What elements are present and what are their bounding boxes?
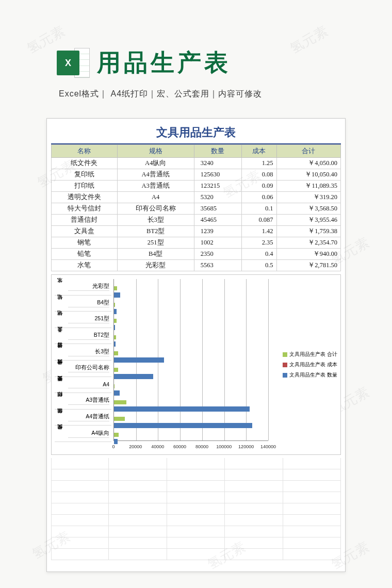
- chart-category-spec: 光彩型: [68, 283, 109, 291]
- cell-name: 普通信封: [52, 215, 118, 226]
- empty-cell: [225, 526, 283, 537]
- cell-total: ￥2,354.70: [276, 237, 340, 249]
- table-row: 特大号信封印有公司名称356850.1￥3,568.50: [52, 203, 341, 215]
- chart-category-spec: 长3型: [68, 348, 109, 356]
- table-row: 透明文件夹A453200.06￥319.20: [52, 192, 341, 203]
- chart-category-name: 普通信封: [57, 344, 69, 361]
- cell-name: 透明文件夹: [52, 192, 118, 203]
- empty-cells-grid: [51, 458, 341, 571]
- cell-total: ￥2,781.50: [276, 260, 340, 271]
- cell-spec: A3普通纸: [117, 181, 194, 192]
- table-row: 纸文件夹A4纵向32401.25￥4,050.00: [52, 158, 341, 169]
- table-row: 打印纸A3普通纸1232150.09￥11,089.35: [52, 181, 341, 192]
- chart-category-spec: A3普通纸: [68, 397, 109, 405]
- empty-cell: [225, 492, 283, 503]
- swatch-icon: [283, 373, 287, 378]
- bar-heji: [114, 335, 116, 339]
- empty-cell: [225, 481, 283, 492]
- empty-cell: [109, 492, 167, 503]
- cell-name: 纸文件夹: [52, 158, 118, 169]
- cell-spec: 印有公司名称: [117, 203, 194, 215]
- table-row: 文具盒BT2型12391.42￥1,759.38: [52, 226, 341, 237]
- empty-cell: [283, 492, 341, 503]
- cell-cost: 0.08: [242, 169, 276, 181]
- cell-qty: 1002: [194, 237, 242, 249]
- table-row: 复印纸A4普通纸1256300.08￥10,050.40: [52, 169, 341, 181]
- chart-category-spec: B4型: [68, 299, 109, 307]
- page-subtitle: Excel格式｜ A4纸打印｜宏、公式套用｜内容可修改: [59, 89, 392, 100]
- cell-name: 打印纸: [52, 181, 118, 192]
- empty-cell: [51, 515, 109, 526]
- bar-qty: [114, 390, 120, 396]
- cell-qty: 2350: [194, 249, 242, 260]
- empty-cell: [167, 492, 225, 503]
- empty-cell: [225, 549, 283, 560]
- empty-cell: [167, 526, 225, 537]
- bar-qty: [114, 423, 252, 428]
- empty-cell: [283, 469, 341, 481]
- empty-cell: [225, 537, 283, 549]
- cell-spec: A4普通纸: [117, 169, 194, 181]
- legend-item-heji: 文具用品生产表 合计: [283, 350, 337, 359]
- empty-cell: [109, 469, 167, 481]
- empty-cell: [283, 526, 341, 537]
- swatch-icon: [283, 363, 287, 367]
- bar-heji: [114, 384, 115, 388]
- cell-spec: A4纵向: [117, 158, 194, 169]
- empty-cell: [225, 469, 283, 481]
- cell-cost: 0.09: [242, 181, 276, 192]
- chart-category-spec: A4: [68, 381, 109, 388]
- empty-cell: [51, 492, 109, 503]
- bar-qty: [114, 309, 117, 314]
- table-row: 普通信封长3型454650.087￥3,955.46: [52, 215, 341, 226]
- legend-item-cost: 文具用品生产表 成本: [283, 360, 337, 369]
- empty-cell: [167, 503, 225, 515]
- cell-total: ￥319.20: [276, 192, 340, 203]
- cell-spec: A4: [117, 192, 194, 203]
- chart-category-spec: A4普通纸: [68, 413, 109, 421]
- cell-cost: 0.06: [242, 192, 276, 203]
- empty-cell: [109, 481, 167, 492]
- bar-qty: [114, 292, 120, 298]
- empty-cell: [109, 537, 167, 549]
- cell-qty: 123215: [194, 181, 242, 192]
- document-title: 文具用品生产表: [51, 123, 341, 144]
- chart-category-spec: BT2型: [68, 332, 109, 340]
- chart-category-name: 透明文件夹: [57, 377, 69, 394]
- cell-cost: 2.35: [242, 237, 276, 249]
- excel-file-icon: X: [57, 46, 90, 79]
- bar-heji: [114, 351, 118, 355]
- chart-x-axis: 020000400006000080000100000120000140000: [113, 443, 268, 452]
- table-row: 铅笔B4型23500.4￥940.00: [52, 249, 341, 260]
- legend-label: 文具用品生产表 数量: [289, 370, 337, 380]
- empty-cell: [51, 526, 109, 537]
- empty-cell: [283, 537, 341, 549]
- empty-cell: [51, 481, 109, 492]
- empty-cell: [167, 458, 225, 469]
- spreadsheet-preview: 文具用品生产表 名称 规格 数量 成本 合计 纸文件夹A4纵向32401.25￥…: [46, 118, 346, 572]
- cell-total: ￥3,955.46: [276, 215, 340, 226]
- bar-qty: [114, 406, 250, 412]
- cell-total: ￥940.00: [276, 249, 340, 260]
- legend-label: 文具用品生产表 合计: [289, 350, 337, 359]
- chart-category-name: 钢笔: [57, 312, 69, 328]
- bar-heji: [114, 319, 117, 323]
- col-total: 合计: [276, 145, 340, 158]
- bar-qty: [114, 325, 115, 330]
- empty-cell: [51, 537, 109, 549]
- chart-category-name: 纸文件夹: [57, 426, 69, 442]
- chart-category-spec: 印有公司名称: [68, 364, 109, 372]
- empty-cell: [51, 549, 109, 560]
- cell-name: 特大号信封: [52, 203, 118, 215]
- cell-cost: 0.5: [242, 260, 276, 271]
- empty-cell: [225, 458, 283, 469]
- cell-total: ￥11,089.35: [276, 181, 340, 192]
- bar-heji: [114, 286, 117, 290]
- table-row: 钢笔251型10022.35￥2,354.70: [52, 237, 341, 249]
- cell-spec: B4型: [117, 249, 194, 260]
- bar-heji: [114, 368, 118, 372]
- cell-qty: 125630: [194, 169, 242, 181]
- legend-item-qty: 文具用品生产表 数量: [283, 370, 337, 380]
- page-header: X 用品生产表: [0, 0, 392, 79]
- legend-label: 文具用品生产表 成本: [289, 360, 337, 369]
